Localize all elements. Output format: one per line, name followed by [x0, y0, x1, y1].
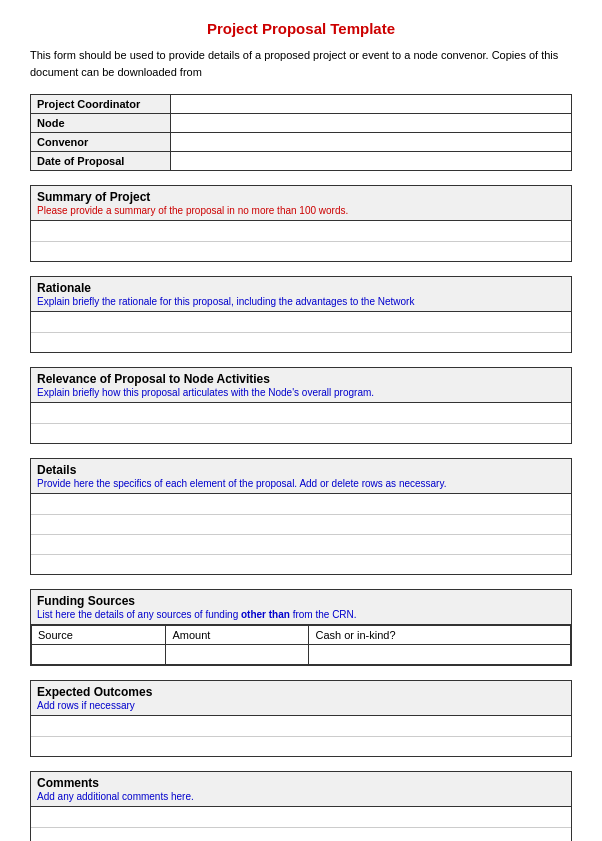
rationale-row-2[interactable]: [31, 332, 571, 352]
rationale-title: Rationale: [37, 281, 565, 295]
comments-section: Comments Add any additional comments her…: [30, 771, 572, 841]
funding-title: Funding Sources: [37, 594, 565, 608]
funding-section: Funding Sources List here the details of…: [30, 589, 572, 666]
summary-header: Summary of Project Please provide a summ…: [31, 186, 571, 221]
summary-subtitle: Please provide a summary of the proposal…: [37, 205, 565, 216]
table-row: Date of Proposal: [31, 152, 572, 171]
col-amount: Amount: [166, 626, 309, 645]
outcomes-row-1[interactable]: [31, 716, 571, 736]
col-source: Source: [32, 626, 166, 645]
comments-title: Comments: [37, 776, 565, 790]
details-row-2[interactable]: [31, 514, 571, 534]
relevance-section: Relevance of Proposal to Node Activities…: [30, 367, 572, 444]
comments-header: Comments Add any additional comments her…: [31, 772, 571, 807]
details-row-4[interactable]: [31, 554, 571, 574]
info-table: Project Coordinator Node Convenor Date o…: [30, 94, 572, 171]
funding-header: Funding Sources List here the details of…: [31, 590, 571, 625]
funding-subtitle: List here the details of any sources of …: [37, 609, 565, 620]
outcomes-header: Expected Outcomes Add rows if necessary: [31, 681, 571, 716]
field-value[interactable]: [171, 114, 572, 133]
funding-table: Source Amount Cash or in-kind?: [31, 625, 571, 665]
funding-col-headers: Source Amount Cash or in-kind?: [32, 626, 571, 645]
details-header: Details Provide here the specifics of ea…: [31, 459, 571, 494]
summary-row-2[interactable]: [31, 241, 571, 261]
field-label: Convenor: [31, 133, 171, 152]
table-row: Project Coordinator: [31, 95, 572, 114]
rationale-section: Rationale Explain briefly the rationale …: [30, 276, 572, 353]
details-section: Details Provide here the specifics of ea…: [30, 458, 572, 575]
funding-data-row-1[interactable]: [32, 645, 571, 665]
details-row-1[interactable]: [31, 494, 571, 514]
rationale-subtitle: Explain briefly the rationale for this p…: [37, 296, 565, 307]
comments-row-2[interactable]: [31, 827, 571, 841]
table-row: Convenor: [31, 133, 572, 152]
intro-text: This form should be used to provide deta…: [30, 47, 572, 80]
details-title: Details: [37, 463, 565, 477]
funding-source-1[interactable]: [32, 645, 166, 665]
field-label: Date of Proposal: [31, 152, 171, 171]
funding-amount-1[interactable]: [166, 645, 309, 665]
field-value[interactable]: [171, 152, 572, 171]
table-row: Node: [31, 114, 572, 133]
field-value[interactable]: [171, 95, 572, 114]
field-label: Node: [31, 114, 171, 133]
outcomes-title: Expected Outcomes: [37, 685, 565, 699]
relevance-title: Relevance of Proposal to Node Activities: [37, 372, 565, 386]
comments-subtitle: Add any additional comments here.: [37, 791, 565, 802]
col-cash: Cash or in-kind?: [309, 626, 571, 645]
funding-cash-1[interactable]: [309, 645, 571, 665]
info-section: Project Coordinator Node Convenor Date o…: [30, 94, 572, 171]
page-title: Project Proposal Template: [30, 20, 572, 37]
field-label: Project Coordinator: [31, 95, 171, 114]
summary-title: Summary of Project: [37, 190, 565, 204]
relevance-row-1[interactable]: [31, 403, 571, 423]
relevance-header: Relevance of Proposal to Node Activities…: [31, 368, 571, 403]
details-row-3[interactable]: [31, 534, 571, 554]
comments-row-1[interactable]: [31, 807, 571, 827]
rationale-row-1[interactable]: [31, 312, 571, 332]
summary-section: Summary of Project Please provide a summ…: [30, 185, 572, 262]
funding-bold-text: other than: [241, 609, 290, 620]
summary-row-1[interactable]: [31, 221, 571, 241]
relevance-subtitle: Explain briefly how this proposal articu…: [37, 387, 565, 398]
relevance-row-2[interactable]: [31, 423, 571, 443]
outcomes-subtitle: Add rows if necessary: [37, 700, 565, 711]
details-subtitle: Provide here the specifics of each eleme…: [37, 478, 565, 489]
rationale-header: Rationale Explain briefly the rationale …: [31, 277, 571, 312]
outcomes-section: Expected Outcomes Add rows if necessary: [30, 680, 572, 757]
outcomes-row-2[interactable]: [31, 736, 571, 756]
field-value[interactable]: [171, 133, 572, 152]
